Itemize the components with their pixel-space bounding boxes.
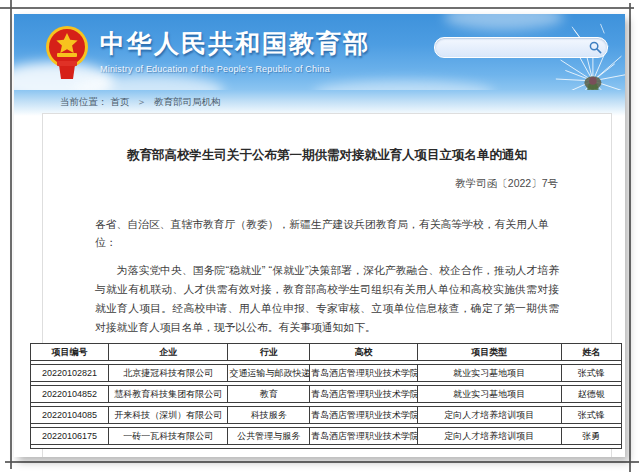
framed-screenshot-page: 中华人民共和国教育部 Ministry of Education of the … [0,0,639,472]
table-cell: 交通运输与邮政快递 [228,365,310,382]
table-header-row: 项目编号企业行业高校项目类型姓名 [31,344,622,361]
table-cell: 20220104852 [31,386,109,403]
column-header: 行业 [228,344,310,361]
table-cell: 张式锋 [561,407,621,424]
search-input[interactable] [443,39,582,56]
breadcrumb: 当前位置： 首页 ＞ 教育部司局机构 [60,96,220,109]
document-salutation: 各省、自治区、直辖市教育厅（教委），新疆生产建设兵团教育局，有关高等学校，有关用… [95,215,559,252]
document-title: 教育部高校学生司关于公布第一期供需对接就业育人项目立项名单的通知 [83,147,571,164]
table-row: 20220104852慧科教育科技集团有限公司教育青岛酒店管理职业技术学院就业实… [31,386,622,403]
project-list-table: 项目编号企业行业高校项目类型姓名 20220102821北京捷冠科技有限公司交通… [30,343,622,449]
breadcrumb-link-section[interactable]: 教育部司局机构 [154,96,221,107]
table-cell: 青岛酒店管理职业技术学院 [309,428,417,445]
website-screenshot: 中华人民共和国教育部 Ministry of Education of the … [14,14,625,457]
breadcrumb-prefix: 当前位置： [60,96,108,107]
table-cell: 开来科技（深圳）有限公司 [109,407,228,424]
search-icon[interactable] [589,41,602,54]
breadcrumb-link-home[interactable]: 首页 [110,96,129,107]
table-cell: 慧科教育科技集团有限公司 [109,386,228,403]
table-cell: 一砖一瓦科技有限公司 [109,428,228,445]
table-cell: 定向人才培养培训项目 [418,428,562,445]
table-cell: 教育 [228,386,310,403]
site-header: 中华人民共和国教育部 Ministry of Education of the … [14,14,625,90]
table-cell: 20220106175 [31,428,109,445]
table-cell: 20220102821 [31,365,109,382]
table-cell: 青岛酒店管理职业技术学院 [309,407,417,424]
table-cell: 定向人才培养培训项目 [418,407,562,424]
frame-line-left [10,0,12,469]
table-cell: 20220104085 [31,407,109,424]
table-cell: 北京捷冠科技有限公司 [109,365,228,382]
column-header: 姓名 [561,344,621,361]
column-header: 企业 [109,344,228,361]
national-emblem [44,23,90,81]
table-body: 20220102821北京捷冠科技有限公司交通运输与邮政快递青岛酒店管理职业技术… [31,361,622,449]
frame-line-top [0,7,634,9]
frame-line-right [629,3,631,472]
table-cell: 青岛酒店管理职业技术学院 [309,386,417,403]
table-cell: 就业实习基地项目 [418,365,562,382]
column-header: 项目编号 [31,344,109,361]
table-header-row: 项目编号企业行业高校项目类型姓名 [31,344,622,361]
table-cell: 科技服务 [228,407,310,424]
document-body-paragraph: 为落实党中央、国务院“稳就业” “保就业”决策部署，深化产教融合、校企合作，推动… [95,261,559,338]
table-cell: 赵德银 [561,386,621,403]
site-title: 中华人民共和国教育部 [100,27,370,60]
table-cell: 公共管理与服务 [228,428,310,445]
table-row: 20220104085开来科技（深圳）有限公司科技服务青岛酒店管理职业技术学院定… [31,407,622,424]
table-cell: 青岛酒店管理职业技术学院 [309,365,417,382]
column-header: 项目类型 [418,344,562,361]
document-number: 教学司函〔2022〕7号 [96,177,558,191]
site-subtitle-english: Ministry of Education of the People's Re… [100,64,370,74]
table-cell: 张勇 [561,428,621,445]
table-cell: 就业实习基地项目 [418,386,562,403]
site-title-block: 中华人民共和国教育部 Ministry of Education of the … [100,27,370,74]
breadcrumb-separator: ＞ [137,96,147,107]
cloud-decoration [444,14,564,30]
table-spacer-cell [31,445,622,449]
table-cell: 张式锋 [561,365,621,382]
column-header: 高校 [309,344,417,361]
search-box[interactable] [434,37,608,58]
table-row: 20220106175一砖一瓦科技有限公司公共管理与服务青岛酒店管理职业技术学院… [31,428,622,445]
table-spacer-row [31,445,622,449]
table-row: 20220102821北京捷冠科技有限公司交通运输与邮政快递青岛酒店管理职业技术… [31,365,622,382]
frame-line-bottom [5,461,639,463]
